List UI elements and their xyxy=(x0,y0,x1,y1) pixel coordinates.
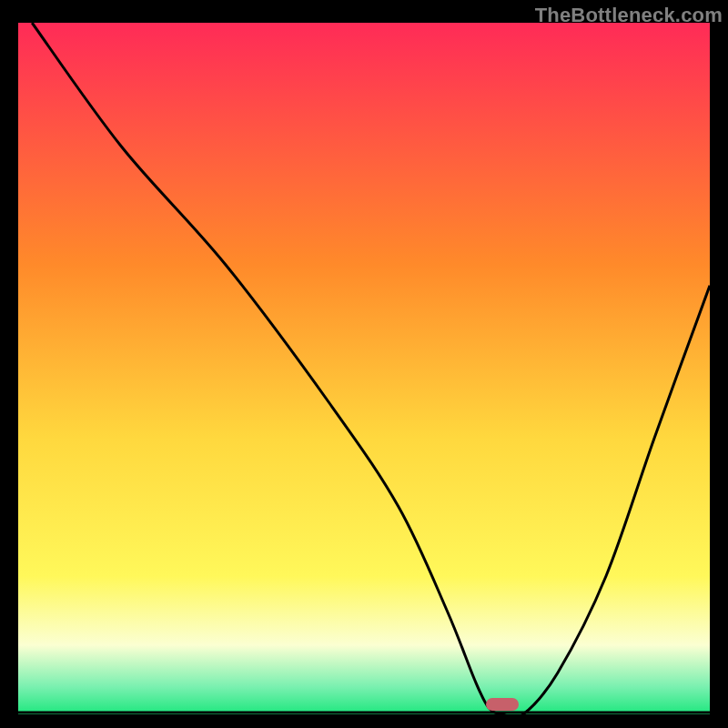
bottleneck-curve-svg xyxy=(18,23,710,714)
chart-frame: TheBottleneck.com xyxy=(0,0,728,728)
optimal-marker xyxy=(486,698,519,711)
plot-area xyxy=(18,23,710,714)
bottleneck-curve xyxy=(32,23,710,714)
watermark-text: TheBottleneck.com xyxy=(535,4,723,27)
